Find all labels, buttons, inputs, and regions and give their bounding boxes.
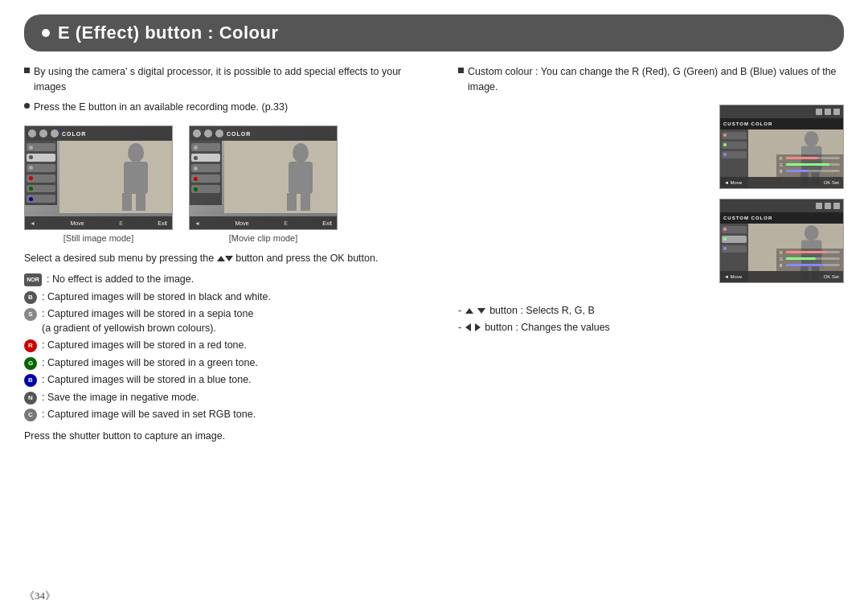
slider-g2-fill	[786, 257, 816, 260]
cam-screen-movie: COLOR	[190, 126, 337, 229]
badge-s: S	[24, 308, 37, 321]
bullet-square-icon	[24, 68, 30, 73]
cam-bottom-m-exit: Exit	[322, 220, 332, 226]
effect-item-neg: N : Save the image in negative mode.	[24, 391, 434, 405]
custom-row-3	[722, 151, 747, 158]
slider-r-2: R	[780, 250, 840, 255]
effect-item-g: G : Captured images will be stored in a …	[24, 356, 434, 371]
svg-rect-9	[301, 193, 310, 211]
page-number: 《34》	[24, 589, 55, 600]
cam-bottom-m-move: Move	[235, 220, 248, 226]
custom-row-1	[722, 132, 747, 139]
cam-bottom-move: Move	[70, 220, 84, 226]
intro-text: By using the camera' s digital processor…	[24, 64, 434, 114]
custom-bottom-move-label: ◄ Move	[724, 180, 742, 185]
slider-r-bar	[786, 157, 840, 159]
cam-menu-item-6	[27, 195, 55, 203]
slider-g-1: G	[780, 162, 840, 167]
button-info: - button : Selects R, G, B - button : Ch…	[458, 302, 844, 337]
intro-text-2: Press the E button in an available recor…	[34, 100, 288, 115]
right-bullet-square	[458, 68, 464, 73]
slider-b2-label: B	[780, 263, 784, 268]
custom-colour-text: Custom colour : You can change the R (Re…	[468, 64, 844, 95]
cam-icon-3	[51, 129, 59, 138]
cam-icon-2	[39, 129, 47, 138]
slider-g2-label: G	[780, 257, 784, 261]
cam-menu-m-5	[191, 185, 220, 193]
svg-point-6	[293, 143, 309, 162]
main-content: By using the camera' s digital processor…	[0, 64, 868, 442]
custom-label-bar-1: CUSTOM COLOR	[720, 118, 843, 129]
custom-bottom-ok-label-2: OK Set	[824, 274, 839, 279]
cam-icon-1	[28, 129, 36, 138]
custom-cam-label-2: CUSTOM COLOR	[723, 216, 772, 220]
custom-icon-1	[816, 109, 822, 115]
slider-r-fill	[786, 157, 818, 159]
custom-cam-top-1	[720, 105, 843, 118]
bullet-circle-icon	[24, 103, 30, 109]
svg-rect-8	[287, 193, 297, 211]
title-bar: E (Effect) button : Colour	[24, 14, 844, 51]
custom-row-2-1	[722, 226, 747, 233]
custom-colour-intro: Custom colour : You can change the R (Re…	[458, 64, 844, 95]
tri-right-icon	[475, 323, 481, 331]
badge-b: B	[24, 374, 37, 387]
still-image-screen: COLOR	[24, 125, 173, 230]
slider-g-2: G	[780, 257, 840, 261]
cam-menu-m-3	[191, 164, 220, 172]
custom-bottom-move-label-2: ◄ Move	[724, 274, 742, 279]
slider-b-fill	[786, 170, 808, 172]
effect-text-g: : Captured images will be stored in a gr…	[42, 356, 258, 371]
submenu-text-content: Select a desired sub menu by pressing th…	[24, 253, 217, 264]
custom-screenshots: CUSTOM COLOR	[719, 105, 844, 283]
custom-screen-1: CUSTOM COLOR	[719, 105, 844, 189]
svg-rect-3	[122, 193, 132, 211]
cam-menu-item-3	[27, 164, 55, 172]
custom-icon-2-3	[833, 203, 840, 209]
page-number-text: 《34》	[24, 590, 55, 600]
custom-sliders-1: R G B	[776, 154, 843, 177]
effect-text-bw: : Captured images will be stored in blac…	[42, 290, 271, 305]
cam-menu-item-4	[27, 175, 55, 183]
svg-point-11	[805, 130, 819, 146]
custom-icon-2-1	[816, 203, 822, 209]
intro-line-2: Press the E button in an available recor…	[24, 100, 434, 115]
badge-g: G	[24, 357, 37, 370]
screenshot-still: COLOR	[24, 125, 173, 243]
slider-r2-label: R	[780, 250, 784, 255]
right-intro-line: Custom colour : You can change the R (Re…	[458, 64, 844, 95]
slider-b-2: B	[780, 263, 840, 268]
cam-photo-movie	[224, 141, 337, 213]
effect-item-b: B : Captured images will be stored in a …	[24, 373, 434, 388]
effect-item-c: C : Captured image will be saved in set …	[24, 408, 434, 422]
button-info-row-1: - button : Selects R, G, B	[458, 302, 844, 319]
dash-2: -	[458, 319, 461, 336]
left-column: By using the camera' s digital processor…	[24, 64, 450, 442]
svg-rect-7	[289, 162, 313, 194]
page-title: E (Effect) button : Colour	[58, 23, 279, 43]
slider-g2-bar	[786, 257, 840, 260]
custom-cam-1: CUSTOM COLOR	[720, 105, 843, 188]
custom-cam-top-2	[720, 199, 843, 212]
tri-down-icon	[477, 308, 485, 314]
button-info-text-2: button : Changes the values	[485, 319, 610, 336]
custom-icon-3	[833, 109, 840, 115]
tri-left-icon	[465, 323, 471, 331]
slider-b2-fill	[786, 264, 824, 266]
custom-screenshots-container: CUSTOM COLOR	[458, 105, 844, 294]
custom-cam-2: CUSTOM COLOR	[720, 199, 843, 282]
slider-r2-fill	[786, 251, 826, 253]
custom-row-2	[722, 142, 747, 149]
title-bullet	[42, 29, 50, 37]
svg-rect-0	[59, 141, 172, 213]
right-column: Custom colour : You can change the R (Re…	[450, 64, 844, 442]
custom-cam-bottom-1: ◄ Move OK Set	[720, 177, 843, 188]
cam-icon-m2	[204, 129, 212, 138]
up-arrow-icon	[217, 256, 225, 261]
svg-point-16	[805, 224, 819, 240]
custom-screen-2: CUSTOM COLOR	[719, 199, 844, 283]
custom-icon-2-2	[825, 203, 831, 209]
effect-list: NOR : No effect is added to the image. B…	[24, 273, 434, 422]
badge-nor: NOR	[24, 273, 42, 286]
badge-r: R	[24, 339, 37, 352]
